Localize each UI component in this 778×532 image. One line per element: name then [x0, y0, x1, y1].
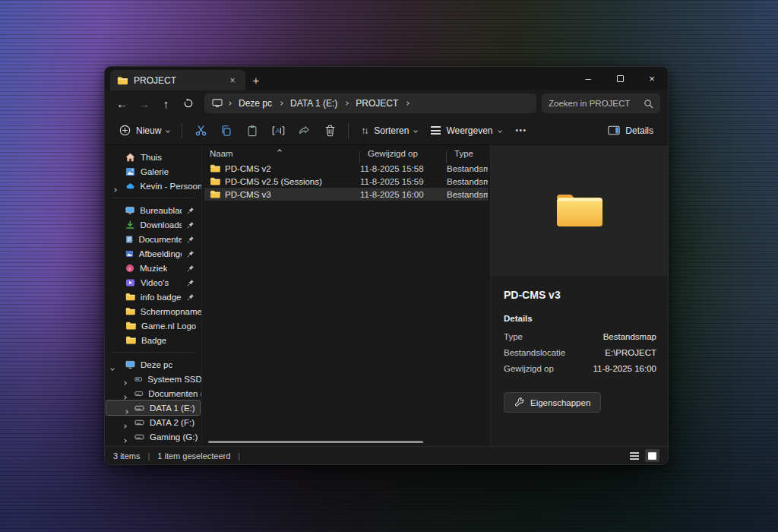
copy-button[interactable] [213, 120, 239, 141]
details-pane-label: Details [625, 125, 653, 136]
forward-button[interactable]: → [133, 93, 155, 113]
sidebar-item-muziek[interactable]: ♪ Muziek [105, 261, 201, 275]
expand-chevron-icon[interactable] [123, 391, 126, 401]
column-header-gewijzigd-op[interactable]: Gewijzigd op [360, 149, 447, 158]
breadcrumb-chevron-icon [279, 101, 283, 106]
sidebar-item-drive-g[interactable]: Gaming (G:) [105, 429, 201, 444]
sidebar-item-galerie[interactable]: Galerie [105, 164, 201, 179]
more-options-button[interactable]: ••• [508, 126, 535, 135]
new-button[interactable]: Nieuw [112, 120, 176, 141]
sort-arrows-icon: ↑↓ [361, 125, 367, 136]
pin-icon [187, 293, 194, 301]
expand-chevron-icon[interactable] [123, 435, 126, 444]
back-button[interactable]: ← [111, 93, 133, 113]
sidebar-item-label: Galerie [141, 167, 169, 176]
preview-area [491, 145, 668, 276]
horizontal-scrollbar[interactable] [208, 441, 423, 443]
sidebar-item-bureaublad[interactable]: Bureaublad [105, 203, 201, 217]
file-type: Bestandsmap [447, 164, 488, 173]
details-view-icon [630, 452, 639, 460]
icons-view-toggle[interactable] [645, 449, 659, 462]
sidebar-item-deze-pc[interactable]: Deze pc [105, 357, 201, 372]
sidebar-item-label: Downloads [140, 220, 182, 230]
sidebar-item-schermopnamen[interactable]: Schermopnamen [105, 304, 201, 318]
os-drive-icon [134, 375, 142, 383]
sidebar-item-videos[interactable]: Video's [105, 275, 201, 290]
file-row-pd-cms-v25[interactable]: PD-CMS v2.5 (Sessions) 11-8-2025 15:59 B… [204, 175, 488, 188]
tab-close-icon[interactable]: × [226, 75, 239, 86]
sidebar-separator [112, 352, 194, 353]
maximize-button[interactable] [604, 67, 636, 90]
expand-chevron-icon[interactable] [125, 406, 128, 415]
folder-icon [125, 293, 135, 301]
search-box[interactable] [542, 93, 660, 113]
view-button[interactable]: Weergeven [424, 120, 508, 141]
item-count: 3 items [113, 451, 140, 461]
details-pane-button[interactable]: Details [601, 120, 660, 141]
sidebar-item-label: Bureaublad [140, 206, 182, 215]
address-bar[interactable]: Deze pc DATA 1 (E:) PROJECT [204, 93, 536, 113]
toolbar-divider [182, 123, 182, 138]
command-bar: Nieuw A ↑↓ [105, 116, 668, 145]
sidebar-item-label: DATA 2 (F:) [150, 418, 194, 427]
drive-icon [134, 419, 144, 426]
expand-chevron-icon[interactable] [113, 184, 116, 193]
expand-chevron-icon[interactable] [123, 420, 126, 429]
sidebar-item-info-badges[interactable]: info badges [105, 290, 201, 304]
cut-icon [194, 124, 207, 137]
pictures-icon [125, 249, 134, 258]
breadcrumb-deze-pc[interactable]: Deze pc [236, 98, 274, 109]
up-button[interactable]: ↑ [155, 93, 177, 113]
share-button[interactable] [291, 120, 317, 141]
paste-button[interactable] [239, 120, 265, 141]
large-folder-icon [554, 190, 606, 231]
refresh-button[interactable] [177, 93, 199, 113]
refresh-icon [183, 98, 194, 109]
column-header-type[interactable]: Type [447, 149, 490, 158]
file-modified: 11-8-2025 16:00 [360, 190, 447, 199]
pin-icon [187, 221, 194, 229]
collapse-chevron-icon[interactable] [111, 363, 114, 372]
sidebar-item-documenten[interactable]: Documenten [105, 232, 201, 246]
new-tab-button[interactable]: + [245, 70, 267, 90]
pin-icon [187, 250, 194, 258]
tab-project[interactable]: PROJECT × [110, 70, 245, 90]
trash-icon [324, 125, 336, 137]
sidebar-item-drive-c[interactable]: Systeem SSD (C: [105, 372, 201, 386]
minimize-button[interactable]: – [572, 67, 604, 90]
file-modified: 11-8-2025 15:59 [360, 177, 447, 186]
svg-text:A: A [276, 127, 280, 135]
file-row-pd-cms-v2[interactable]: PD-CMS v2 11-8-2025 15:58 Bestandsmap [204, 162, 488, 175]
sidebar-item-label: Deze pc [141, 360, 172, 369]
window-controls: – × [572, 67, 668, 90]
expand-chevron-icon[interactable] [123, 377, 126, 386]
search-input[interactable] [549, 99, 644, 108]
details-view-toggle[interactable] [627, 449, 641, 462]
music-icon: ♪ [125, 264, 134, 273]
column-header-naam[interactable]: Naam [202, 149, 360, 158]
sort-button[interactable]: ↑↓ Sorteren [354, 120, 424, 141]
folder-icon [125, 307, 135, 315]
tab-bar: PROJECT × + – × [105, 67, 668, 90]
details-heading: Details [504, 314, 668, 323]
rename-button[interactable]: A [265, 120, 291, 141]
sidebar-item-badge[interactable]: Badge [105, 333, 201, 347]
properties-button[interactable]: Eigenschappen [504, 392, 601, 413]
drive-icon [134, 404, 144, 412]
sidebar-item-label: Badge [141, 336, 166, 345]
breadcrumb-project[interactable]: PROJECT [353, 98, 400, 109]
delete-button[interactable] [317, 120, 343, 141]
file-row-pd-cms-v3[interactable]: PD-CMS v3 11-8-2025 16:00 Bestandsmap [204, 188, 488, 201]
breadcrumb-data1[interactable]: DATA 1 (E:) [288, 98, 340, 109]
sidebar-item-gamenl-logo[interactable]: Game.nl Logo [105, 318, 201, 333]
close-button[interactable]: × [636, 67, 668, 90]
sidebar-item-drive-d[interactable]: Documenten (D [105, 386, 201, 401]
cut-button[interactable] [188, 120, 213, 141]
sidebar-item-label: Systeem SSD (C: [147, 375, 201, 384]
sidebar-item-drive-f[interactable]: DATA 2 (F:) [105, 415, 201, 429]
sidebar-item-downloads[interactable]: Downloads [105, 217, 201, 232]
sidebar-item-onedrive[interactable]: Kevin - Persoonlij [105, 179, 201, 193]
sidebar-item-afbeeldingen[interactable]: Afbeeldingen [105, 246, 201, 261]
sidebar-item-thuis[interactable]: Thuis [105, 150, 201, 164]
sidebar-item-drive-e[interactable]: DATA 1 (E:) [106, 401, 200, 415]
